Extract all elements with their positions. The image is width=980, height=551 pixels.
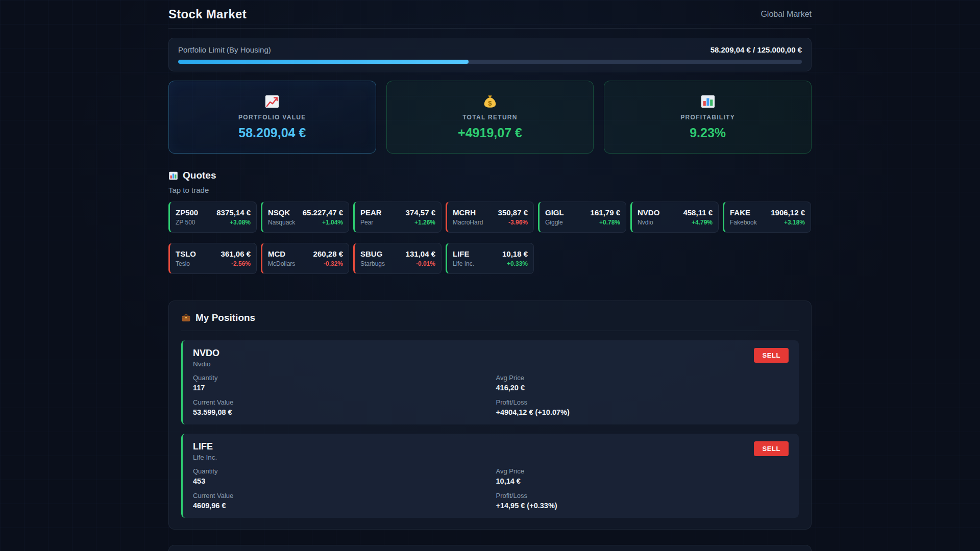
field-label: Current Value — [193, 398, 486, 406]
quote-price: 161,79 € — [591, 208, 620, 217]
quote-chip-life[interactable]: LIFELife Inc. 10,18 €+0.33% — [446, 243, 534, 274]
field-label: Avg Price — [496, 467, 789, 475]
quote-chip-gigl[interactable]: GIGLGiggle 161,79 €+0.78% — [538, 202, 626, 233]
field-label: Quantity — [193, 374, 486, 382]
quote-price: 10,18 € — [502, 249, 528, 258]
position-card-life: LIFE Life Inc. SELL Quantity 453 Avg Pri… — [181, 434, 799, 518]
quote-name: Teslo — [176, 260, 196, 267]
quote-price: 361,06 € — [221, 249, 251, 258]
positions-heading: My Positions — [181, 312, 799, 331]
quote-name: Fakebook — [730, 219, 757, 226]
field-value: 416,20 € — [496, 384, 525, 392]
field-label: Profit/Loss — [496, 492, 789, 499]
quote-chip-fake[interactable]: FAKEFakebook 1906,12 €+3.18% — [723, 202, 811, 233]
quote-symbol: PEAR — [360, 208, 382, 217]
stats-row: PORTFOLIO VALUE 58.209,04 € $ TOTAL RETU… — [168, 81, 812, 154]
position-quantity: Quantity 453 — [193, 467, 486, 486]
field-value: +4904,12 € (+10.07%) — [496, 408, 570, 416]
stock-market-page: Stock Market Global Market Portfolio Lim… — [168, 0, 812, 551]
quote-name: Nvdio — [638, 219, 659, 226]
quotes-section: Quotes Tap to trade ZP500ZP 500 8375,14 … — [168, 170, 812, 274]
quote-price: 65.227,47 € — [303, 208, 343, 217]
position-details: Quantity 117 Avg Price 416,20 € Current … — [193, 374, 789, 417]
quote-change: -0.01% — [416, 260, 435, 267]
position-card-nvdo: NVDO Nvdio SELL Quantity 117 Avg Price 4… — [181, 340, 799, 424]
stat-label: PORTFOLIO VALUE — [238, 114, 306, 121]
quote-symbol: LIFE — [453, 249, 474, 258]
field-label: Avg Price — [496, 374, 789, 382]
quote-change: +4.79% — [692, 219, 713, 226]
position-profit-loss: Profit/Loss +14,95 € (+0.33%) — [496, 492, 789, 510]
quote-chip-mcrh[interactable]: MCRHMacroHard 350,87 €-3.96% — [446, 202, 534, 233]
svg-text:$: $ — [488, 99, 492, 107]
quote-change: -3.96% — [508, 219, 528, 226]
quotes-heading: Quotes — [168, 170, 812, 181]
position-identity: LIFE Life Inc. — [193, 441, 217, 461]
quote-symbol: SBUG — [360, 249, 385, 258]
quote-name: ZP 500 — [176, 219, 198, 226]
money-bag-icon: $ — [482, 94, 498, 109]
quote-chip-mcd[interactable]: MCDMcDollars 260,28 €-0.32% — [261, 243, 349, 274]
briefcase-icon — [181, 313, 191, 323]
field-value: 53.599,08 € — [193, 408, 232, 416]
field-value: 4609,96 € — [193, 502, 226, 510]
quote-change: +1.04% — [322, 219, 343, 226]
position-symbol: LIFE — [193, 441, 217, 452]
quotes-subtitle: Tap to trade — [168, 186, 812, 194]
positions-title: My Positions — [195, 312, 255, 323]
quote-symbol: MCD — [268, 249, 295, 258]
quote-chip-tslo[interactable]: TSLOTeslo 361,06 €-2.56% — [168, 243, 257, 274]
portfolio-limit-progress-track — [178, 60, 802, 64]
bar-chart-icon — [168, 171, 178, 181]
position-quantity: Quantity 117 — [193, 374, 486, 392]
position-symbol: NVDO — [193, 348, 219, 359]
quote-name: Starbugs — [360, 260, 385, 267]
total-return-card: $ TOTAL RETURN +4919,07 € — [386, 81, 594, 154]
header: Stock Market Global Market — [168, 7, 812, 29]
quote-name: Life Inc. — [453, 260, 474, 267]
stat-label: TOTAL RETURN — [462, 114, 518, 121]
quote-price: 1906,12 € — [771, 208, 805, 217]
quote-price: 260,28 € — [313, 249, 343, 258]
position-profit-loss: Profit/Loss +4904,12 € (+10.07%) — [496, 398, 789, 417]
quote-chip-zp500[interactable]: ZP500ZP 500 8375,14 €+3.08% — [168, 202, 257, 233]
quote-price: 374,57 € — [406, 208, 435, 217]
position-details: Quantity 453 Avg Price 10,14 € Current V… — [193, 467, 789, 510]
portfolio-limit-label: Portfolio Limit (By Housing) — [178, 45, 271, 54]
position-current-value: Current Value 4609,96 € — [193, 492, 486, 510]
chart-increasing-icon — [264, 94, 280, 109]
quote-chip-pear[interactable]: PEARPear 374,57 €+1.26% — [353, 202, 442, 233]
page-title: Stock Market — [168, 7, 247, 21]
field-label: Profit/Loss — [496, 398, 789, 406]
quote-change: +1.26% — [414, 219, 435, 226]
position-head: NVDO Nvdio SELL — [193, 348, 789, 368]
position-name: Nvdio — [193, 360, 219, 368]
quote-name: MacroHard — [453, 219, 483, 226]
stat-label: PROFITABILITY — [680, 114, 735, 121]
history-panel: Historical Realized Performance — [168, 545, 812, 551]
field-label: Current Value — [193, 492, 486, 499]
field-value: 117 — [193, 384, 205, 392]
sell-button-life[interactable]: SELL — [754, 441, 789, 456]
portfolio-limit-value: 58.209,04 € / 125.000,00 € — [710, 45, 802, 54]
quote-symbol: ZP500 — [176, 208, 198, 217]
quote-chip-sbug[interactable]: SBUGStarbugs 131,04 €-0.01% — [353, 243, 442, 274]
quote-price: 8375,14 € — [216, 208, 251, 217]
sell-button-nvdo[interactable]: SELL — [754, 348, 789, 363]
market-scope-label: Global Market — [761, 10, 812, 19]
quote-change: +3.08% — [230, 219, 251, 226]
position-current-value: Current Value 53.599,08 € — [193, 398, 486, 417]
quote-chip-nvdo[interactable]: NVDONvdio 458,11 €+4.79% — [630, 202, 719, 233]
total-return-value: +4919,07 € — [458, 126, 522, 140]
quote-symbol: NVDO — [638, 208, 659, 217]
position-head: LIFE Life Inc. SELL — [193, 441, 789, 461]
quote-symbol: NSQK — [268, 208, 295, 217]
position-name: Life Inc. — [193, 454, 217, 461]
quote-symbol: FAKE — [730, 208, 757, 217]
quote-chip-nsqk[interactable]: NSQKNasquack 65.227,47 €+1.04% — [261, 202, 349, 233]
position-avg-price: Avg Price 416,20 € — [496, 374, 789, 392]
quote-change: +3.18% — [784, 219, 805, 226]
portfolio-limit-progress-fill — [178, 60, 469, 64]
quote-change: -2.56% — [231, 260, 251, 267]
quote-price: 350,87 € — [498, 208, 528, 217]
